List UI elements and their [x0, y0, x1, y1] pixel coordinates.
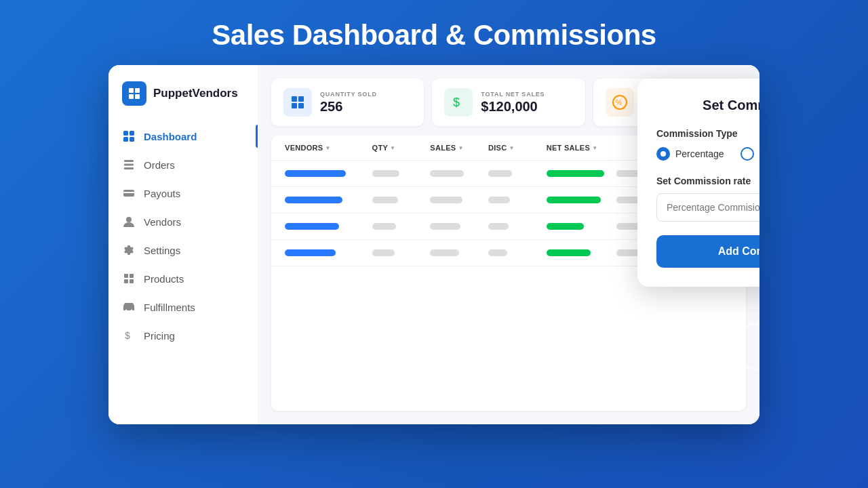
- sidebar: PuppetVendors Dashboard O: [108, 65, 258, 424]
- sidebar-item-label: Products: [144, 273, 184, 285]
- settings-icon: [122, 243, 136, 257]
- payouts-icon: [122, 186, 136, 200]
- sidebar-item-fulfillments[interactable]: Fulfillments: [108, 293, 258, 321]
- commission-type-label: Commission Type: [656, 128, 760, 139]
- svg-rect-14: [124, 274, 128, 278]
- svg-point-18: [125, 310, 127, 312]
- sidebar-item-payouts[interactable]: Payouts: [108, 179, 258, 207]
- sidebar-item-settings[interactable]: Settings: [108, 236, 258, 264]
- sidebar-item-pricing[interactable]: $ Pricing: [108, 321, 258, 350]
- sidebar-item-orders[interactable]: Orders: [108, 150, 258, 179]
- stat-info-quantity: QUANTITY SOLD 256: [320, 91, 377, 115]
- sidebar-item-label: Settings: [144, 245, 180, 256]
- sidebar-item-label: Orders: [144, 159, 175, 171]
- panel-title: Set Commissions: [656, 98, 760, 113]
- svg-rect-16: [124, 279, 128, 283]
- sidebar-item-label: Dashboard: [144, 131, 197, 142]
- svg-text:%: %: [616, 99, 622, 106]
- rate-input[interactable]: [656, 193, 760, 222]
- svg-text:$: $: [125, 330, 130, 341]
- svg-rect-15: [130, 274, 134, 278]
- pricing-icon: $: [122, 329, 136, 342]
- fulfillments-icon: [122, 300, 136, 314]
- svg-rect-21: [292, 96, 297, 102]
- col-disc[interactable]: DISC ▼: [488, 144, 547, 152]
- stat-label: TOTAL NET SALES: [481, 91, 545, 98]
- svg-rect-3: [135, 94, 140, 99]
- radio-percentage-circle: [656, 147, 670, 161]
- stat-value: 256: [320, 99, 377, 115]
- sidebar-item-label: Pricing: [144, 330, 175, 342]
- orders-icon: [122, 158, 136, 171]
- svg-rect-12: [123, 192, 134, 193]
- sidebar-item-label: Payouts: [144, 188, 180, 199]
- app-name: PuppetVendors: [153, 87, 238, 100]
- app-window: PuppetVendors Dashboard O: [108, 65, 760, 424]
- svg-rect-22: [298, 96, 304, 102]
- svg-rect-5: [130, 131, 134, 136]
- logo-icon: [122, 81, 146, 106]
- radio-percentage[interactable]: Percentage: [656, 147, 724, 161]
- svg-rect-1: [135, 88, 140, 93]
- svg-rect-9: [124, 164, 134, 166]
- commissions-panel: Set Commissions Commission Type Percenta…: [637, 79, 760, 287]
- svg-rect-2: [129, 94, 134, 99]
- commission-rate-label: Set Commission rate: [656, 176, 760, 186]
- radio-flat[interactable]: Flat: [741, 147, 760, 161]
- logo-area: PuppetVendors: [108, 81, 258, 122]
- svg-rect-7: [130, 137, 134, 142]
- svg-rect-4: [123, 131, 128, 136]
- rate-input-wrapper: 30%: [656, 193, 760, 222]
- vendors-icon: [122, 215, 136, 228]
- quantity-icon: [283, 88, 312, 117]
- col-sales[interactable]: SALES ▼: [430, 144, 488, 152]
- sidebar-item-dashboard[interactable]: Dashboard: [108, 122, 258, 150]
- col-net-sales[interactable]: NET SALES ▼: [547, 144, 616, 152]
- dashboard-icon: [122, 129, 136, 143]
- add-commission-button[interactable]: Add Commision: [656, 235, 760, 268]
- sidebar-item-label: Fulfillments: [144, 302, 195, 313]
- radio-group: Percentage Flat: [656, 147, 760, 161]
- sidebar-item-label: Vendors: [144, 216, 181, 228]
- stat-card-sales: $ TOTAL NET SALES $120,000: [432, 79, 585, 126]
- sidebar-item-products[interactable]: Products: [108, 264, 258, 293]
- col-vendors[interactable]: VENDORS ▼: [285, 144, 372, 152]
- stat-label: QUANTITY SOLD: [320, 91, 377, 98]
- svg-rect-24: [298, 103, 304, 108]
- svg-rect-10: [124, 167, 134, 169]
- svg-rect-23: [292, 103, 297, 108]
- svg-rect-6: [123, 137, 128, 142]
- commissions-icon: %: [606, 88, 634, 117]
- stat-info-sales: TOTAL NET SALES $120,000: [481, 91, 545, 115]
- sales-icon: $: [444, 88, 473, 117]
- radio-flat-circle: [741, 147, 754, 161]
- sidebar-item-vendors[interactable]: Vendors: [108, 207, 258, 236]
- radio-percentage-label: Percentage: [675, 148, 724, 159]
- products-icon: [122, 272, 136, 285]
- svg-rect-0: [129, 88, 134, 93]
- svg-point-19: [131, 310, 133, 312]
- col-qty[interactable]: QTY ▼: [372, 144, 431, 152]
- svg-rect-17: [130, 279, 134, 283]
- svg-point-13: [126, 217, 132, 222]
- stat-card-quantity: QUANTITY SOLD 256: [271, 79, 424, 126]
- svg-text:$: $: [453, 96, 460, 109]
- svg-rect-8: [124, 160, 134, 162]
- page-title: Sales Dashboard & Commissions: [212, 19, 656, 52]
- stat-value: $120,000: [481, 99, 545, 115]
